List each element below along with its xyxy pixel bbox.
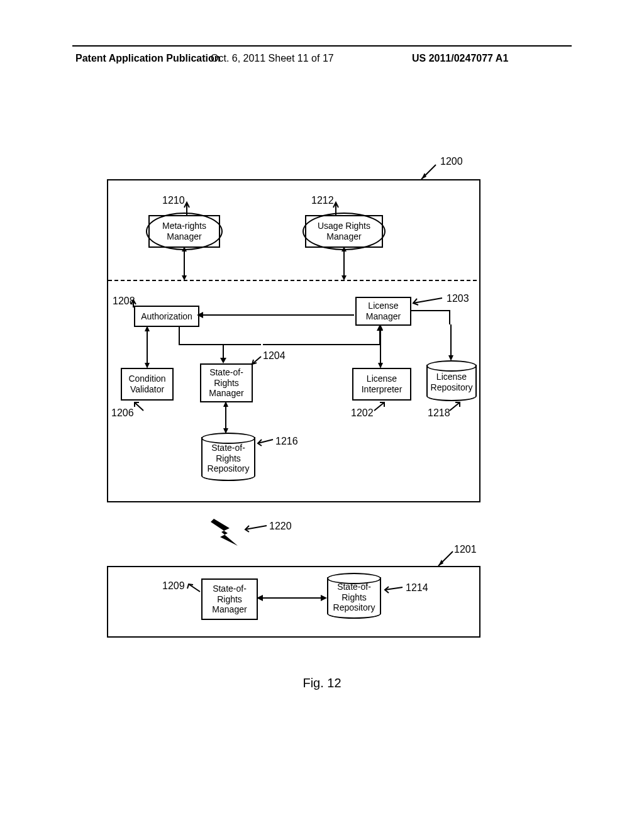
svg-marker-13 [197, 312, 203, 318]
cylinder-sor-repository-lower: State-of- Rights Repository [327, 577, 381, 619]
sor-manager2-line2: Rights [217, 594, 242, 605]
box-meta-rights-manager: Meta-rights Manager [148, 215, 220, 248]
license-repository-line2: Repository [431, 382, 473, 393]
svg-marker-24 [378, 324, 383, 330]
svg-marker-39 [257, 595, 263, 601]
sor-repository-line3: Repository [208, 463, 250, 474]
arrow-elbow-join [176, 343, 264, 347]
svg-line-36 [189, 584, 200, 592]
arrow-licensemgr-to-authorization [197, 311, 357, 319]
svg-line-22 [374, 402, 384, 411]
flag-1203 [412, 297, 447, 306]
flag-1218 [448, 401, 462, 412]
cylinder-sor-repository: State-of- Rights Repository [201, 437, 255, 481]
sor-repository2-line2: Rights [341, 592, 367, 603]
arrow-authorization-condval [143, 326, 152, 368]
flag-1220 [244, 523, 269, 532]
header-left: Patent Application Publication [75, 53, 221, 64]
arrow-licensemgr-right-elbow [409, 308, 456, 327]
usage-rights-line1: Usage Rights [318, 221, 370, 231]
arrow-sormgr2-sorrepo2 [257, 594, 327, 602]
ref-1200: 1200 [440, 156, 463, 167]
sor-manager-line1: State-of- [209, 367, 243, 378]
ref-1210: 1210 [162, 195, 185, 206]
ref-1212: 1212 [311, 195, 334, 206]
header-rule [72, 45, 572, 47]
box-sor-manager-lower: State-of- Rights Manager [201, 578, 258, 620]
ref-1209: 1209 [162, 580, 185, 592]
lightning-bolt-icon [208, 516, 245, 553]
svg-marker-30 [223, 401, 228, 407]
svg-marker-1 [421, 173, 426, 179]
flag-1202 [373, 401, 387, 412]
condition-validator-line1: Condition [128, 374, 165, 384]
svg-line-26 [450, 402, 460, 411]
arrow-metarights-dashed [180, 246, 189, 281]
svg-marker-40 [321, 595, 327, 601]
svg-marker-32 [211, 519, 238, 546]
sor-repository2-line1: State-of- [337, 582, 371, 592]
box-license-manager: License Manager [355, 297, 411, 326]
ref-1220: 1220 [269, 521, 292, 532]
flag-1214 [384, 585, 405, 594]
dashed-divider [108, 280, 477, 281]
meta-rights-line2: Manager [167, 231, 201, 242]
box-authorization: Authorization [134, 306, 199, 327]
svg-marker-31 [223, 428, 228, 434]
sor-repository-line2: Rights [216, 453, 241, 464]
sor-repository-line1: State-of- [211, 443, 245, 453]
flag-1209 [186, 583, 203, 594]
arrow-sormgr-sorrepo [221, 401, 230, 434]
license-interpreter-line2: Interpreter [362, 384, 402, 395]
ref-1201: 1201 [454, 544, 477, 555]
flag-1201 [435, 550, 457, 568]
svg-line-11 [413, 298, 442, 303]
flag-1208 [131, 299, 143, 309]
box-usage-rights-manager: Usage Rights Manager [305, 215, 383, 248]
flag-1212 [333, 201, 348, 216]
svg-marker-6 [182, 275, 187, 280]
ref-1214: 1214 [406, 582, 428, 594]
usage-rights-line2: Manager [326, 231, 361, 242]
license-repository-line1: License [436, 372, 467, 382]
license-interpreter-line1: License [367, 374, 397, 384]
license-manager-line2: Manager [366, 311, 401, 322]
ref-1203: 1203 [447, 293, 469, 304]
svg-marker-27 [448, 355, 453, 361]
authorization-text: Authorization [141, 311, 192, 322]
header-right: US 2011/0247077 A1 [412, 53, 508, 64]
meta-rights-line1: Meta-rights [162, 221, 206, 231]
flag-1210 [184, 201, 199, 216]
svg-marker-16 [145, 326, 150, 331]
ref-1206: 1206 [111, 407, 134, 419]
ref-1216: 1216 [275, 436, 298, 447]
arrow-usagerights-dashed [340, 246, 348, 281]
figure-caption: Fig. 12 [0, 676, 644, 690]
arrow-elbow-to-licensemgr [260, 324, 386, 352]
sor-manager2-line1: State-of- [213, 584, 247, 594]
box-license-interpreter: License Interpreter [352, 368, 411, 401]
condition-validator-line2: Validator [130, 384, 164, 395]
svg-marker-5 [182, 246, 187, 252]
flag-1206 [132, 401, 147, 412]
svg-line-14 [135, 402, 143, 411]
sor-manager2-line3: Manager [212, 604, 247, 615]
license-manager-line1: License [368, 301, 398, 311]
svg-marker-17 [145, 363, 150, 368]
flag-1216 [257, 437, 275, 446]
ref-1218: 1218 [428, 407, 450, 419]
svg-marker-8 [341, 246, 347, 252]
svg-marker-9 [341, 275, 347, 280]
flag-1204 [251, 355, 264, 365]
box-sor-manager: State-of- Rights Manager [200, 363, 253, 402]
svg-marker-25 [378, 363, 383, 368]
sor-manager-line2: Rights [214, 378, 239, 389]
arrow-licensemgr-licenserepo [447, 324, 455, 362]
arrow-licensemgr-licinterpreter [376, 324, 385, 368]
ref-1202: 1202 [351, 407, 374, 419]
box-condition-validator: Condition Validator [121, 368, 174, 401]
sor-manager-line3: Manager [209, 388, 243, 399]
svg-marker-35 [438, 560, 443, 566]
cylinder-license-repository: License Repository [426, 365, 477, 401]
header-mid: Oct. 6, 2011 Sheet 11 of 17 [211, 53, 334, 64]
